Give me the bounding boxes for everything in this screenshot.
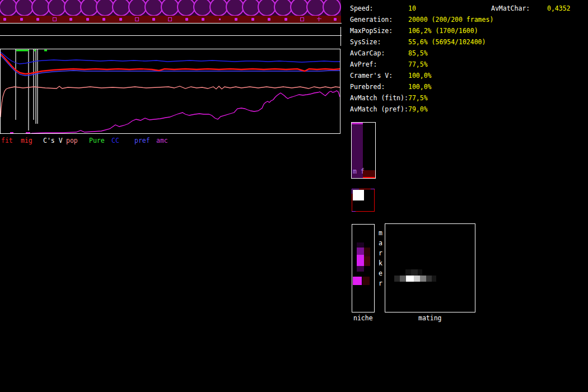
avmatchar-value: 0,4352 (547, 4, 571, 12)
male-bar-cap (352, 123, 363, 124)
genome-square (135, 17, 139, 21)
stat-row: AvCarCap:85,5% (350, 49, 518, 60)
organism-circle (31, 0, 50, 16)
genome-dot (202, 18, 204, 21)
accent-bottom-left (352, 211, 356, 212)
stat-value: 85,5% (408, 49, 428, 57)
accent-left (352, 189, 352, 194)
stat-value: 100,0% (408, 72, 432, 80)
stat-row: Cramer's V:100,0% (350, 72, 518, 83)
stat-value: 79,0% (408, 105, 428, 113)
mating-cell (405, 269, 411, 276)
genome-dot (86, 18, 89, 21)
legend-amc: amc (156, 137, 168, 144)
genome-dot (69, 18, 72, 21)
divider-line-middle (0, 35, 342, 36)
mating-cell (426, 276, 432, 282)
sex-labels: m f (353, 167, 365, 175)
genome-dot (235, 18, 237, 21)
stat-label: AvMatch (fitn): (350, 94, 408, 102)
organism-circle (64, 0, 82, 16)
mating-cell (420, 276, 426, 282)
niche-label: niche (353, 314, 373, 322)
legend-cc: CC (111, 137, 119, 144)
simulation-window: fitmigC's VpopPureCCprefamc Speed:10Gene… (0, 0, 588, 392)
legend-pop: pop (66, 137, 78, 144)
niche-cell (357, 266, 364, 272)
genome-dot-strip (0, 16, 341, 23)
niche-cell (357, 242, 364, 248)
divider-line-top (0, 23, 342, 24)
stat-label: Purebred: (350, 83, 385, 91)
genome-dot (102, 18, 105, 21)
genome-square (168, 17, 172, 21)
stat-row: Purebred:100,0% (350, 83, 518, 94)
organism-circle (15, 0, 34, 16)
stat-label: AvMatch (pref): (350, 105, 408, 113)
stat-row: AvMatch (pref):79,0% (350, 105, 518, 116)
legend-pref: pref (134, 137, 150, 144)
organism-circle (226, 0, 244, 16)
stat-value: 20000 (200/200 frames) (408, 16, 493, 24)
niche-cell (353, 277, 362, 285)
niche-cell (362, 277, 370, 285)
genome-plus (319, 17, 319, 21)
series-pop (1, 86, 340, 117)
stat-label: MaxPopSize: (350, 27, 393, 35)
genome-dot (152, 18, 155, 21)
mating-panel (385, 223, 475, 312)
mating-cell (394, 276, 400, 282)
stat-label: Generation: (350, 16, 393, 24)
mating-cell (411, 269, 418, 276)
accent-top-left (352, 189, 359, 189)
mating-cell (432, 276, 436, 282)
stat-label: AvPref: (350, 60, 377, 68)
stat-value: 10 (408, 4, 416, 12)
genome-square (53, 17, 57, 21)
organism-circle (193, 0, 212, 16)
history-chart (0, 49, 340, 134)
stat-value: 106,2% (1700/1600) (408, 27, 478, 35)
white-square (353, 190, 364, 200)
genome-dot (3, 18, 6, 21)
avmatchar-label: AvMatChar: (491, 4, 530, 12)
female-baseline (363, 177, 375, 178)
organism-circle (177, 0, 195, 16)
legend-csv: C's V (43, 137, 63, 144)
legend-pure: Pure (89, 137, 105, 144)
stat-label: Speed: (350, 4, 374, 12)
niche-cell (364, 256, 370, 266)
genome-dot-small (219, 18, 221, 20)
stat-value: 77,5% (408, 60, 428, 68)
organism-circle (323, 0, 341, 16)
stat-label: SysSize: (350, 38, 381, 46)
accent-top-right (371, 189, 375, 189)
stat-value: 55,6% (56954/102400) (408, 38, 486, 46)
marker-axis-label: marker (379, 228, 383, 288)
series-amc (31, 91, 340, 133)
legend-fit: fit (1, 137, 13, 144)
genome-dot (334, 18, 337, 21)
genome-dot (20, 18, 23, 21)
stats-panel: Speed:10Generation:20000 (200/200 frames… (350, 4, 518, 116)
stat-row: SysSize:55,6% (56954/102400) (350, 38, 518, 49)
history-chart-plot (1, 49, 340, 133)
organism-circle (161, 0, 179, 16)
mating-cell (400, 276, 406, 282)
genome-dot (268, 18, 270, 21)
stat-row: AvMatch (fitn):77,5% (350, 94, 518, 105)
chart-legend: fitmigC's VpopPureCCprefamc (0, 137, 342, 144)
population-strip (0, 0, 341, 16)
series-CC (1, 52, 340, 64)
mating-cell (406, 276, 414, 282)
mating-cell (414, 276, 420, 282)
white-square-box (352, 189, 375, 212)
niche-panel (352, 224, 375, 312)
sex-ratio-box: m f (351, 122, 376, 179)
avmatchar-stat: AvMatChar: 0,4352 (491, 4, 530, 16)
stat-label: Cramer's V: (350, 72, 393, 80)
genome-dot (119, 18, 122, 21)
genome-dot (185, 18, 188, 21)
organism-circle (209, 0, 228, 16)
mating-label: mating (418, 314, 442, 322)
